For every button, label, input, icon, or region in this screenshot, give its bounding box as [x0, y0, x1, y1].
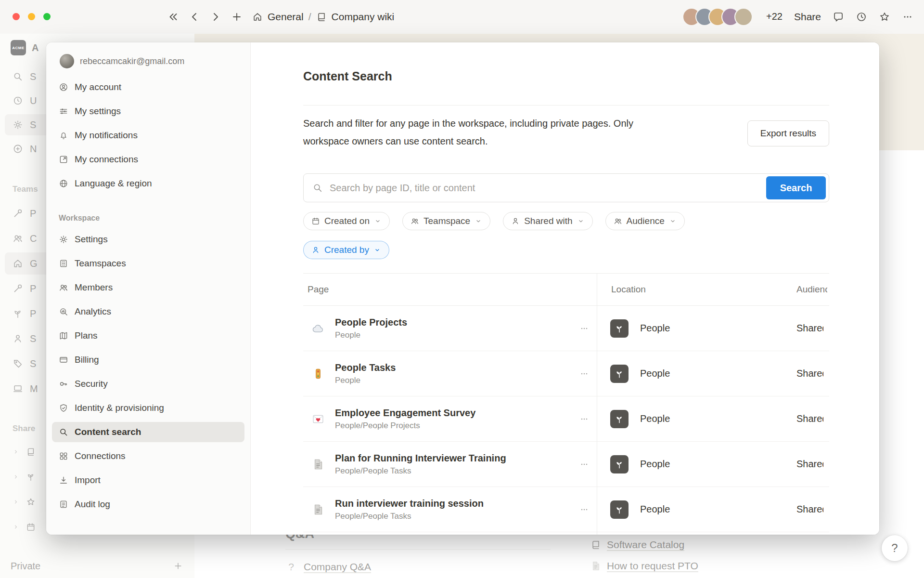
table-row[interactable]: People Projects People People Shared	[303, 306, 829, 351]
nav-item-icon	[59, 475, 68, 485]
settings-nav-item[interactable]: Teamspaces	[52, 253, 244, 274]
filter-chip[interactable]: Shared with	[503, 212, 592, 230]
settings-nav-item[interactable]: Security	[52, 374, 244, 394]
new-tab-icon[interactable]	[231, 11, 243, 23]
filter-chip[interactable]: Teamspace	[402, 212, 490, 230]
nav-item-icon	[59, 499, 68, 509]
result-page-title[interactable]: Plan for Running Interviewer Training	[335, 453, 578, 464]
avatar	[734, 8, 753, 26]
wiki-icon	[316, 12, 327, 22]
settings-nav-item[interactable]: Identity & provisioning	[52, 398, 244, 418]
result-page-path: People	[335, 376, 578, 385]
filter-chip-created-by[interactable]: Created by	[303, 241, 389, 259]
close-window-button[interactable]	[13, 13, 20, 20]
filter-chip[interactable]: Created on	[303, 212, 390, 230]
location-label: People	[640, 459, 670, 470]
nav-item-label: Billing	[75, 355, 99, 365]
teamspace-icon	[610, 319, 629, 338]
row-actions-button[interactable]	[578, 368, 590, 380]
settings-nav-item[interactable]: Members	[52, 277, 244, 298]
nav-item-label: Identity & provisioning	[75, 403, 164, 413]
settings-nav-item[interactable]: Import	[52, 470, 244, 490]
share-button[interactable]: Share	[794, 11, 821, 23]
settings-nav-item[interactable]: Content search	[52, 422, 244, 442]
filter-label: Created by	[324, 245, 369, 255]
result-page-path: People/People Projects	[335, 421, 578, 431]
settings-nav-item[interactable]: Language & region	[52, 173, 244, 194]
table-row[interactable]: Run interviewer training session People/…	[303, 487, 829, 532]
comments-icon[interactable]	[833, 11, 844, 23]
nav-item-icon	[59, 235, 68, 244]
filter-icon	[411, 217, 419, 225]
home-icon	[252, 12, 263, 22]
page-icon	[312, 368, 324, 380]
result-page-title[interactable]: People Projects	[335, 317, 578, 328]
settings-nav-item[interactable]: Billing	[52, 350, 244, 370]
column-header-page: Page	[303, 284, 597, 295]
more-options-icon[interactable]	[902, 11, 913, 23]
location-label: People	[640, 368, 670, 379]
filter-icon	[311, 217, 320, 225]
nav-item-icon	[59, 106, 68, 116]
nav-item-label: Security	[75, 379, 108, 389]
result-page-title[interactable]: People Tasks	[335, 362, 578, 373]
filter-icon	[511, 217, 520, 225]
result-page-title[interactable]: Run interviewer training session	[335, 498, 578, 509]
nav-item-label: My notifications	[75, 130, 138, 141]
table-row[interactable]: Employee Engagement Survey People/People…	[303, 396, 829, 442]
settings-nav-item[interactable]: My settings	[52, 101, 244, 121]
settings-nav-item[interactable]: My account	[52, 77, 244, 97]
row-actions-button[interactable]	[578, 504, 590, 515]
filter-icon	[614, 217, 622, 225]
settings-sidebar: rebeccamcakir@gmail.com My account My se…	[46, 42, 251, 535]
member-avatars[interactable]	[688, 8, 753, 26]
settings-nav-item[interactable]: Analytics	[52, 302, 244, 322]
app-window: ACME A S U S	[0, 0, 924, 578]
table-row[interactable]: Plan for Running Interviewer Training Pe…	[303, 442, 829, 487]
nav-item-label: Teamspaces	[75, 258, 126, 269]
back-icon[interactable]	[189, 11, 200, 23]
export-results-button[interactable]: Export results	[747, 120, 829, 146]
divider	[303, 105, 829, 105]
nav-item-icon	[59, 283, 68, 292]
row-actions-button[interactable]	[578, 413, 590, 425]
collapse-sidebar-icon[interactable]	[167, 11, 179, 23]
row-actions-button[interactable]	[578, 459, 590, 470]
nav-item-label: Import	[75, 475, 101, 486]
content-search-panel: Content Search Search and filter for any…	[251, 42, 879, 535]
person-icon	[311, 246, 320, 254]
teamspace-icon	[610, 500, 629, 519]
filter-chip[interactable]: Audience	[605, 212, 685, 230]
nav-item-icon	[59, 451, 68, 461]
breadcrumb: General / Company wiki	[252, 11, 394, 23]
zoom-window-button[interactable]	[43, 13, 51, 20]
filter-label: Shared with	[524, 216, 572, 226]
window-titlebar: General / Company wiki +22 Share	[0, 0, 924, 34]
help-button[interactable]: ?	[882, 535, 908, 561]
settings-nav-item[interactable]: My connections	[52, 149, 244, 170]
breadcrumb-page[interactable]: Company wiki	[332, 11, 395, 23]
avatar-overflow-count[interactable]: +22	[766, 11, 783, 22]
audience-label: Shared	[796, 323, 823, 334]
column-header-audience: Audience	[796, 284, 827, 295]
settings-nav-item[interactable]: Connections	[52, 446, 244, 466]
settings-nav-item[interactable]: My notifications	[52, 125, 244, 145]
table-row[interactable]: People Tasks People People Shared	[303, 351, 829, 396]
breadcrumb-root[interactable]: General	[268, 11, 304, 23]
favorite-star-icon[interactable]	[879, 11, 890, 23]
chevron-down-icon	[577, 217, 585, 225]
row-actions-button[interactable]	[578, 323, 590, 334]
result-page-title[interactable]: Employee Engagement Survey	[335, 407, 578, 419]
minimize-window-button[interactable]	[28, 13, 35, 20]
search-button[interactable]: Search	[766, 176, 826, 199]
nav-item-label: Members	[75, 282, 113, 293]
workspace-section-label: Workspace	[59, 214, 250, 223]
updates-clock-icon[interactable]	[856, 11, 867, 23]
forward-icon[interactable]	[210, 11, 221, 23]
search-input[interactable]	[329, 182, 761, 194]
nav-item-icon	[59, 427, 68, 437]
nav-item-label: My connections	[75, 154, 138, 165]
settings-nav-item[interactable]: Plans	[52, 326, 244, 346]
settings-nav-item[interactable]: Settings	[52, 229, 244, 250]
settings-nav-item[interactable]: Audit log	[52, 494, 244, 514]
